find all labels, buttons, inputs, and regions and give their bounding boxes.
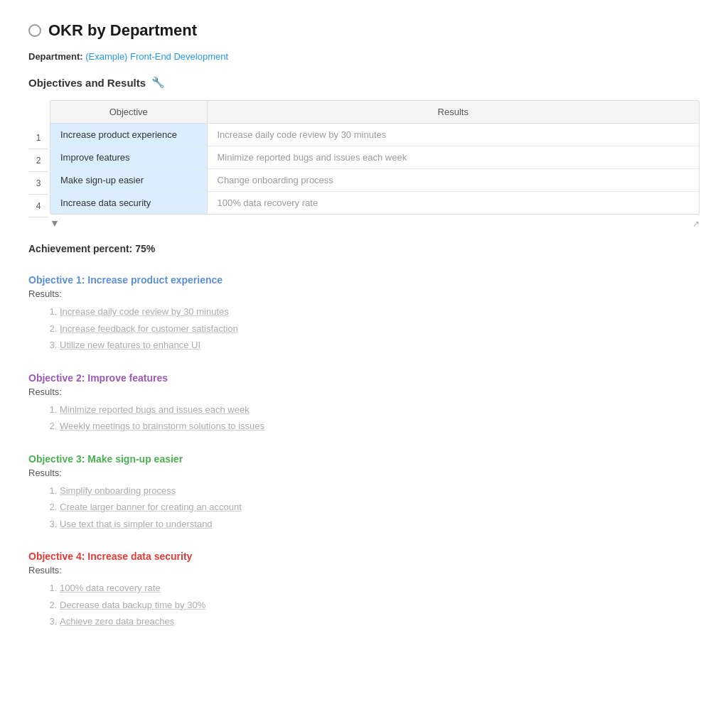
row-num-2: 2	[28, 149, 48, 172]
expand-icon[interactable]: ↗	[692, 219, 700, 229]
row-num-1: 1	[28, 126, 48, 149]
objective-cell-2: Improve features	[50, 146, 207, 169]
row-numbers: 1 2 3 4	[28, 126, 48, 217]
results-list-3: Simplify onboarding processCreate larger…	[28, 484, 700, 531]
objective-section-4: Objective 4: Increase data securityResul…	[28, 551, 700, 629]
achievement-percent: Achievement percent: 75%	[28, 243, 700, 254]
result-item-1-1[interactable]: Increase daily code review by 30 minutes	[60, 305, 700, 319]
result-item-2-2[interactable]: Weekly meetings to brainstorm solutions …	[60, 419, 700, 433]
results-label-2: Results:	[28, 386, 700, 397]
section-title-text: Objectives and Results	[28, 77, 146, 89]
result-cell-2: Minimize reported bugs and issues each w…	[207, 146, 699, 169]
result-item-4-1[interactable]: 100% data recovery rate	[60, 581, 700, 595]
result-cell-3: Change onboarding process	[207, 169, 699, 192]
okr-table-container: Objective Results Increase product exper…	[50, 100, 700, 215]
result-item-4-3[interactable]: Achieve zero data breaches	[60, 615, 700, 629]
result-item-4-2[interactable]: Decrease data backup time by 30%	[60, 598, 700, 612]
section-title: Objectives and Results 🔧	[28, 76, 700, 89]
page-header: OKR by Department	[28, 21, 700, 40]
result-item-1-2[interactable]: Increase feedback for customer satisfact…	[60, 322, 700, 336]
wrench-icon: 🔧	[151, 76, 165, 89]
col-results-header: Results	[207, 101, 699, 124]
result-item-2-1[interactable]: Minimize reported bugs and issues each w…	[60, 403, 700, 417]
department-value[interactable]: (Example) Front-End Development	[85, 51, 228, 62]
results-label-1: Results:	[28, 288, 700, 299]
table-wrapper: 1 2 3 4 Objective Results Increase produ…	[28, 100, 700, 229]
result-item-3-1[interactable]: Simplify onboarding process	[60, 484, 700, 498]
table-row: Make sign-up easier Change onboarding pr…	[50, 169, 699, 192]
objective-section-1: Objective 1: Increase product experience…	[28, 274, 700, 352]
results-list-1: Increase daily code review by 30 minutes…	[28, 305, 700, 352]
department-line: Department: (Example) Front-End Developm…	[28, 51, 700, 62]
table-row: Improve features Minimize reported bugs …	[50, 146, 699, 169]
result-cell-4: 100% data recovery rate	[207, 192, 699, 215]
objective-heading-4: Objective 4: Increase data security	[28, 551, 700, 562]
filter-icon[interactable]: ▼	[50, 217, 60, 229]
objectives-container: Objective 1: Increase product experience…	[28, 274, 700, 629]
objective-cell-4: Increase data security	[50, 192, 207, 215]
objective-section-2: Objective 2: Improve featuresResults:Min…	[28, 372, 700, 433]
result-item-3-2[interactable]: Create larger banner for creating an acc…	[60, 500, 700, 514]
result-item-3-3[interactable]: Use text that is simpler to understand	[60, 517, 700, 531]
results-list-2: Minimize reported bugs and issues each w…	[28, 403, 700, 433]
status-circle-icon	[28, 24, 41, 37]
results-label-3: Results:	[28, 467, 700, 478]
table-controls: ▼ ↗	[50, 217, 700, 229]
objective-heading-1: Objective 1: Increase product experience	[28, 274, 700, 286]
okr-table: Objective Results Increase product exper…	[50, 101, 699, 214]
objective-cell-3: Make sign-up easier	[50, 169, 207, 192]
results-list-4: 100% data recovery rateDecrease data bac…	[28, 581, 700, 629]
objective-section-3: Objective 3: Make sign-up easierResults:…	[28, 453, 700, 531]
result-cell-1: Increase daily code review by 30 minutes	[207, 124, 699, 146]
row-num-4: 4	[28, 195, 48, 217]
result-item-1-3[interactable]: Utilize new features to enhance UI	[60, 338, 700, 352]
table-row: Increase data security 100% data recover…	[50, 192, 699, 215]
col-objective-header: Objective	[50, 101, 207, 124]
results-label-4: Results:	[28, 565, 700, 575]
row-num-3: 3	[28, 172, 48, 195]
table-row: Increase product experience Increase dai…	[50, 124, 699, 146]
objective-cell-1: Increase product experience	[50, 124, 207, 146]
page-title: OKR by Department	[48, 21, 197, 40]
objective-heading-3: Objective 3: Make sign-up easier	[28, 453, 700, 465]
objective-heading-2: Objective 2: Improve features	[28, 372, 700, 384]
department-label: Department:	[28, 51, 83, 62]
